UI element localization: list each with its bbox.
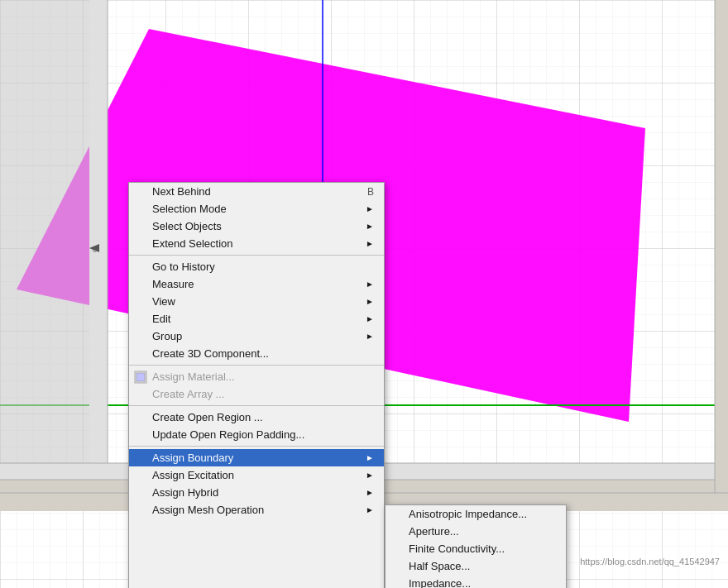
menu-item-assign-material: Assign Material... — [129, 368, 384, 385]
extend-selection-label: Extend Selection — [152, 237, 357, 250]
create-array-label: Create Array ... — [152, 388, 374, 400]
half-space-label: Half Space... — [409, 560, 556, 572]
svg-rect-19 — [136, 373, 145, 381]
edit-label: Edit — [152, 313, 357, 325]
assign-excitation-label: Assign Excitation — [152, 469, 357, 481]
separator-2 — [129, 365, 384, 366]
extend-selection-arrow: ► — [366, 239, 374, 248]
menu-item-update-open-region[interactable]: Update Open Region Padding... — [129, 426, 384, 443]
edit-arrow: ► — [366, 314, 374, 323]
assign-excitation-arrow: ► — [366, 471, 374, 480]
menu-item-measure[interactable]: Measure ► — [129, 275, 384, 293]
selection-mode-label: Selection Mode — [152, 203, 357, 215]
select-objects-arrow: ► — [366, 222, 374, 231]
menu-item-create-open-region[interactable]: Create Open Region ... — [129, 409, 384, 426]
assign-material-icon — [134, 370, 147, 384]
assign-boundary-label: Assign Boundary — [152, 452, 357, 464]
submenu-item-anisotropic-impedance[interactable]: Anisotropic Impedance... — [386, 505, 566, 523]
impedance-label: Impedance... — [409, 577, 556, 588]
measure-label: Measure — [152, 278, 357, 290]
next-behind-label: Next Behind — [152, 185, 351, 198]
assign-mesh-operation-arrow: ► — [366, 505, 374, 514]
menu-item-selection-mode[interactable]: Selection Mode ► — [129, 200, 384, 218]
aperture-label: Aperture... — [409, 525, 556, 538]
context-menu-wrapper: Next Behind B Selection Mode ► Select Ob… — [128, 182, 567, 588]
svg-rect-6 — [89, 0, 108, 480]
submenu-item-finite-conductivity[interactable]: Finite Conductivity... — [386, 540, 566, 557]
submenu-item-aperture[interactable]: Aperture... — [386, 523, 566, 540]
boundary-submenu: Anisotropic Impedance... Aperture... Fin… — [385, 504, 567, 588]
create-3d-component-label: Create 3D Component... — [152, 347, 374, 360]
submenu-item-half-space[interactable]: Half Space... — [386, 557, 566, 575]
menu-item-view[interactable]: View ► — [129, 293, 384, 310]
submenu-item-impedance[interactable]: Impedance... — [386, 575, 566, 588]
anisotropic-impedance-label: Anisotropic Impedance... — [409, 508, 556, 520]
create-open-region-label: Create Open Region ... — [152, 411, 374, 423]
update-open-region-label: Update Open Region Padding... — [152, 428, 374, 441]
menu-item-create-array: Create Array ... — [129, 385, 384, 403]
view-label: View — [152, 295, 357, 308]
view-arrow: ► — [366, 297, 374, 306]
menu-item-go-to-history[interactable]: Go to History — [129, 258, 384, 275]
menu-item-create-3d-component[interactable]: Create 3D Component... — [129, 345, 384, 362]
menu-item-assign-hybrid[interactable]: Assign Hybrid ► — [129, 484, 384, 501]
menu-item-edit[interactable]: Edit ► — [129, 310, 384, 327]
menu-item-assign-boundary[interactable]: Assign Boundary ► — [129, 449, 384, 466]
go-to-history-label: Go to History — [152, 261, 374, 273]
assign-mesh-operation-label: Assign Mesh Operation — [152, 504, 357, 516]
assign-hybrid-arrow: ► — [366, 488, 374, 497]
menu-item-assign-mesh-operation[interactable]: Assign Mesh Operation ► — [129, 501, 384, 519]
finite-conductivity-label: Finite Conductivity... — [409, 543, 556, 555]
separator-1 — [129, 255, 384, 256]
next-behind-shortcut: B — [367, 186, 374, 198]
measure-arrow: ► — [366, 280, 374, 289]
assign-hybrid-label: Assign Hybrid — [152, 486, 357, 499]
assign-material-label: Assign Material... — [152, 370, 374, 383]
selection-mode-arrow: ► — [366, 204, 374, 213]
group-label: Group — [152, 330, 357, 342]
context-menu: Next Behind B Selection Mode ► Select Ob… — [128, 182, 385, 588]
menu-item-select-objects[interactable]: Select Objects ► — [129, 218, 384, 235]
menu-item-next-behind[interactable]: Next Behind B — [129, 183, 384, 200]
menu-item-group[interactable]: Group ► — [129, 327, 384, 345]
assign-boundary-arrow: ► — [366, 453, 374, 462]
svg-rect-13 — [715, 0, 728, 493]
watermark-text: https://blog.csdn.net/qq_41542947 — [580, 557, 720, 566]
menu-item-assign-excitation[interactable]: Assign Excitation ► — [129, 466, 384, 484]
separator-4 — [129, 446, 384, 447]
group-arrow: ► — [366, 332, 374, 341]
select-objects-label: Select Objects — [152, 220, 357, 232]
menu-item-extend-selection[interactable]: Extend Selection ► — [129, 235, 384, 252]
separator-3 — [129, 405, 384, 406]
